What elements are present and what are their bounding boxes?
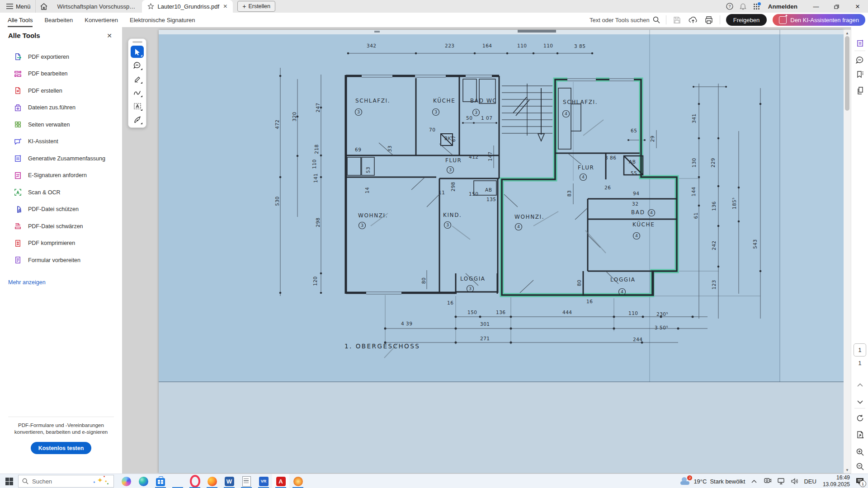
tool-item-compress[interactable]: PDF komprimieren	[0, 235, 122, 252]
start-button[interactable]	[0, 474, 18, 488]
tool-item-esign[interactable]: E-Signaturen anfordern	[0, 167, 122, 184]
tool-item-protect[interactable]: PDF-Datei schützen	[0, 201, 122, 218]
tray-expand-icon[interactable]	[750, 477, 759, 486]
ai-assistant-button[interactable]: Den KI-Assistenten fragen	[773, 14, 865, 26]
bookmarks-icon[interactable]	[854, 69, 865, 80]
action-center-icon[interactable]: 1	[854, 476, 865, 486]
free-trial-button[interactable]: Kostenlos testen	[31, 442, 91, 454]
previous-page-icon[interactable]	[854, 380, 865, 390]
taskbar-app-explorer[interactable]	[169, 474, 186, 488]
notifications-bell-icon[interactable]	[736, 0, 750, 13]
volume-icon[interactable]	[790, 477, 799, 486]
copilot-icon	[122, 477, 131, 486]
rotate-page-icon[interactable]	[854, 413, 865, 423]
help-icon[interactable]: ?	[723, 0, 736, 13]
print-icon[interactable]	[704, 15, 714, 25]
upload-cloud-icon[interactable]	[688, 15, 698, 25]
protect-icon	[14, 205, 22, 214]
apps-grid-icon[interactable]	[750, 0, 764, 13]
tools-panel-close-icon[interactable]: ✕	[105, 31, 114, 40]
scrollbar-thumb[interactable]	[845, 36, 849, 111]
meet-now-icon[interactable]	[763, 477, 772, 486]
tool-item-ai[interactable]: KI-Assistent	[0, 133, 122, 150]
tool-item-create[interactable]: PDF erstellen	[0, 82, 122, 99]
textbox-tool-button[interactable]	[131, 100, 144, 112]
next-page-icon[interactable]	[854, 397, 865, 408]
tool-item-summary[interactable]: Generative Zusammenfassung	[0, 150, 122, 167]
room-number: 3	[357, 109, 360, 114]
zoom-out-icon[interactable]	[854, 461, 865, 472]
taskbar-search-box[interactable]: Suchen ✦ ✦ ✦	[18, 475, 114, 488]
sign-tool-button[interactable]	[131, 113, 144, 126]
taskbar-app-edge[interactable]	[135, 474, 152, 488]
search-tools[interactable]: Text oder Tools suchen	[590, 16, 660, 23]
clock-date: 13.09.2025	[823, 481, 850, 488]
home-button[interactable]	[35, 0, 52, 13]
taskbar-weather[interactable]: 2 19°C Stark bewölkt	[679, 478, 745, 485]
network-icon[interactable]	[777, 477, 786, 486]
highlight-tool-button[interactable]	[131, 73, 144, 85]
zoom-in-icon[interactable]	[854, 446, 865, 457]
room-number: 3	[475, 110, 477, 115]
summary-icon	[14, 154, 22, 163]
show-more-link[interactable]: Mehr anzeigen	[8, 279, 46, 286]
save-icon[interactable]	[672, 15, 682, 25]
tab-signaturen[interactable]: Elektronische Signaturen	[130, 13, 195, 27]
tab-bearbeiten[interactable]: Bearbeiten	[44, 13, 73, 27]
pdf-page-floorplan[interactable]: 3422231641101103 85472320247530298218110…	[159, 30, 844, 473]
tab-close-icon[interactable]: ✕	[223, 3, 227, 9]
page-number-input[interactable]: 1	[854, 343, 866, 357]
dimension-label: 472	[274, 119, 280, 129]
tab-konvertieren[interactable]: Konvertieren	[85, 13, 118, 27]
page-thumbnails-icon[interactable]	[854, 85, 865, 96]
tool-item-label: E-Signaturen anfordern	[28, 172, 87, 178]
dimension-label: 543	[752, 239, 758, 249]
taskbar-app-acrobat[interactable]: A	[272, 474, 289, 488]
comment-tool-button[interactable]	[131, 59, 144, 71]
select-tool-button[interactable]	[131, 46, 144, 58]
taskbar-app-store[interactable]	[152, 474, 169, 488]
taskbar-app-opera[interactable]	[186, 474, 203, 488]
draw-tool-button[interactable]	[131, 86, 144, 99]
scroll-down-arrow[interactable]: ▼	[844, 467, 851, 473]
scroll-up-arrow[interactable]: ▲	[844, 30, 851, 36]
tool-item-combine[interactable]: Dateien zus.führen	[0, 99, 122, 117]
taskbar-app-xnview[interactable]	[289, 474, 307, 488]
tool-item-edit[interactable]: PDF bearbeiten	[0, 66, 122, 83]
taskbar-app-notes[interactable]	[238, 474, 255, 488]
restore-button[interactable]	[826, 0, 847, 13]
tab-wirtschaftsplan[interactable]: Wirtschaftsplan Vorschusspla...	[52, 3, 142, 10]
tab-alle-tools[interactable]: Alle Tools	[8, 13, 33, 27]
close-button[interactable]: ✕	[847, 0, 868, 13]
minimize-button[interactable]: —	[806, 0, 826, 13]
taskbar-app-word[interactable]: W	[221, 474, 238, 488]
tool-item-redact[interactable]: PDF-Datei schwärzen	[0, 218, 122, 235]
tool-item-form[interactable]: Formular vorbereiten	[0, 252, 122, 269]
share-button[interactable]: Freigeben	[726, 14, 767, 26]
weather-temp: 19°C	[693, 478, 707, 485]
palette-drag-handle[interactable]	[132, 41, 142, 43]
compress-icon	[14, 239, 22, 248]
taskbar-clock[interactable]: 16:49 13.09.2025	[823, 474, 850, 488]
taskbar-app-firefox[interactable]	[203, 474, 221, 488]
taskbar-app-copilot[interactable]	[118, 474, 135, 488]
promo-line1: PDF-Formulare und -Vereinbarungen	[0, 422, 122, 429]
star-icon[interactable]	[147, 3, 154, 9]
tool-item-label: PDF exportieren	[28, 54, 69, 60]
create-tab-button[interactable]: +Erstellen	[237, 1, 275, 12]
fit-page-icon[interactable]	[854, 429, 865, 440]
dimension-label: 110	[628, 310, 638, 316]
comments-icon[interactable]	[854, 55, 865, 66]
input-language[interactable]: DEU	[804, 478, 816, 485]
vertical-scrollbar[interactable]: ▲ ▼	[844, 30, 851, 473]
vrbank-icon: VR	[259, 477, 269, 486]
tab-grundriss[interactable]: Lauter10_Grundriss.pdf ✕	[142, 0, 233, 13]
dimension-label: 65	[631, 128, 637, 133]
generative-summary-icon[interactable]	[854, 38, 865, 48]
tool-item-export[interactable]: PDF exportieren	[0, 48, 122, 66]
tool-item-organize[interactable]: Seiten verwalten	[0, 116, 122, 133]
taskbar-app-vrbank[interactable]: VR	[255, 474, 272, 488]
signin-label[interactable]: Anmelden	[768, 3, 797, 10]
menu-button[interactable]: Menü	[0, 0, 35, 13]
tool-item-scan[interactable]: Scan & OCR	[0, 184, 122, 201]
